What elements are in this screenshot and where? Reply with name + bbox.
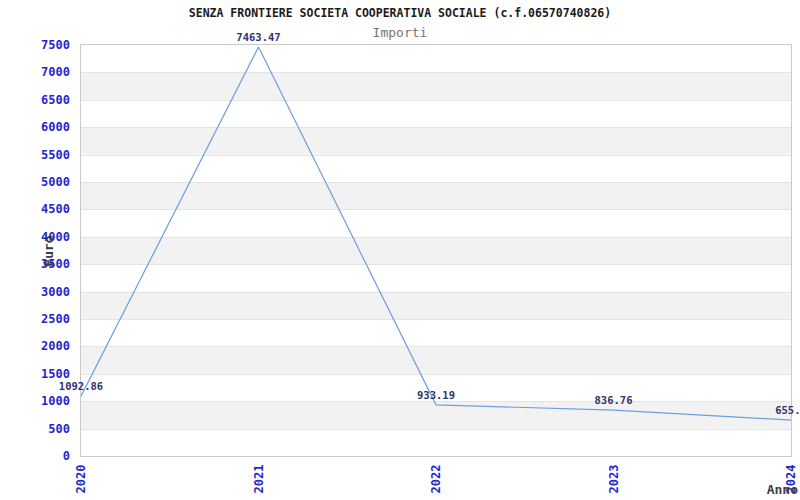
y-tick-label: 7500 xyxy=(0,37,70,53)
y-tick-label: 1000 xyxy=(0,393,70,409)
y-tick-label: 4000 xyxy=(0,229,70,245)
chart: SENZA FRONTIERE SOCIETA COOPERATIVA SOCI… xyxy=(0,0,800,500)
grid-band xyxy=(81,237,791,264)
y-tick-label: 5500 xyxy=(0,147,70,163)
y-tick-label: 6500 xyxy=(0,92,70,108)
value-label: 1092.86 xyxy=(59,380,103,393)
y-tick-label: 2000 xyxy=(0,338,70,354)
value-label: 933.19 xyxy=(417,389,455,402)
grid-band xyxy=(81,127,791,154)
value-label: 7463.47 xyxy=(236,31,280,44)
x-axis-title: Anno xyxy=(767,483,798,497)
value-label: 655.2 xyxy=(775,404,800,417)
y-tick-label: 6000 xyxy=(0,119,70,135)
chart-title: SENZA FRONTIERE SOCIETA COOPERATIVA SOCI… xyxy=(0,6,800,20)
y-tick-label: 500 xyxy=(0,421,70,437)
y-tick-label: 0 xyxy=(0,448,70,464)
y-tick-label: 5000 xyxy=(0,174,70,190)
y-tick-label: 3500 xyxy=(0,256,70,272)
grid-band xyxy=(81,346,791,373)
y-axis-title: Euro xyxy=(41,231,57,271)
y-tick-label: 3000 xyxy=(0,284,70,300)
grid-band xyxy=(81,292,791,319)
y-tick-label: 7000 xyxy=(0,64,70,80)
x-tick-label: 2020 xyxy=(74,459,88,499)
x-tick-label: 2021 xyxy=(252,459,266,499)
y-tick-label: 2500 xyxy=(0,311,70,327)
chart-subtitle: Importi xyxy=(0,25,800,40)
x-tick-label: 2023 xyxy=(607,459,621,499)
x-tick-label: 2022 xyxy=(429,459,443,499)
grid-band xyxy=(81,72,791,99)
value-label: 836.76 xyxy=(595,394,633,407)
y-tick-label: 4500 xyxy=(0,201,70,217)
